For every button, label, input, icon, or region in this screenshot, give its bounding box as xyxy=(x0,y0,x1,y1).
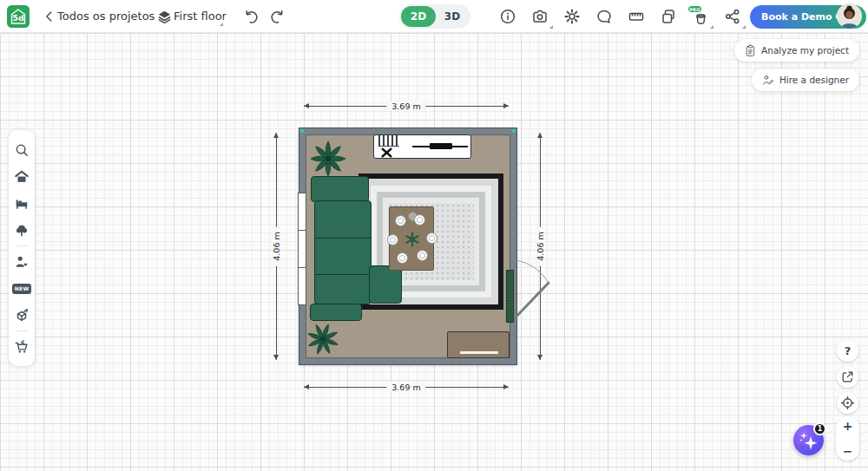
chat-feedback-icon[interactable] xyxy=(594,6,615,27)
question-mark-icon: ? xyxy=(845,344,852,357)
sofa-chaise-section[interactable] xyxy=(369,265,402,304)
sideboard-handle xyxy=(460,351,498,354)
wall-corner-handle[interactable] xyxy=(512,129,516,133)
shopping-cart-icon[interactable] xyxy=(9,333,35,360)
export-view-button[interactable] xyxy=(837,366,858,388)
sofa-end-section[interactable] xyxy=(310,304,362,321)
plate xyxy=(417,250,428,261)
info-icon[interactable] xyxy=(497,6,518,27)
user-avatar[interactable] xyxy=(837,3,862,29)
rooms-home-icon[interactable] xyxy=(9,163,35,190)
tv-console[interactable] xyxy=(373,134,471,159)
window[interactable] xyxy=(298,193,306,305)
new-feature-badge[interactable]: NEW xyxy=(9,275,35,302)
furniture-bed-icon[interactable] xyxy=(9,190,35,217)
plate xyxy=(395,215,406,226)
paint-dropdown-corner-icon xyxy=(710,25,713,29)
console-shelf-slats xyxy=(378,135,399,147)
rail-divider xyxy=(16,330,28,331)
ai-assistant-button[interactable]: 1 xyxy=(793,425,824,455)
sideboard[interactable] xyxy=(447,331,510,358)
paint-materials-icon[interactable]: PRO xyxy=(690,6,711,27)
dining-table[interactable] xyxy=(389,206,434,271)
dimension-bottom-label: 3.69 m xyxy=(386,383,425,392)
floor-selector[interactable]: First floor xyxy=(174,0,227,33)
hire-designer-button[interactable]: Hire a designer xyxy=(752,69,859,91)
notification-badge: 1 xyxy=(813,422,826,435)
hire-designer-label: Hire a designer xyxy=(779,75,849,85)
view-mode-toggle: 2D 3D xyxy=(399,4,470,29)
designer-person-icon xyxy=(762,74,774,87)
analyze-project-button[interactable]: Analyze my project xyxy=(734,39,859,62)
floor-plan[interactable] xyxy=(299,128,516,364)
share-dropdown-corner-icon xyxy=(742,25,746,29)
analyze-project-label: Analyze my project xyxy=(761,45,849,56)
speaker-icon xyxy=(381,147,392,158)
logo-text: 5d xyxy=(12,13,23,23)
floor-dropdown-corner-icon xyxy=(220,23,223,26)
center-view-button[interactable] xyxy=(837,392,858,414)
table-centerpiece xyxy=(404,232,420,247)
sofa-seam xyxy=(315,274,371,275)
pro-badge: PRO xyxy=(687,5,702,13)
planner5d-logo[interactable]: 5d xyxy=(7,5,30,28)
dimension-bottom: 3.69 m xyxy=(304,382,509,392)
sofa-back-section[interactable] xyxy=(311,176,369,202)
view-2d-button[interactable]: 2D xyxy=(401,6,436,27)
door[interactable] xyxy=(508,258,560,328)
potted-plant[interactable] xyxy=(308,139,348,179)
plate xyxy=(426,232,437,244)
all-projects-link[interactable]: Todos os projetos xyxy=(57,0,155,33)
settings-gear-icon[interactable] xyxy=(562,6,582,27)
clipboard-icon xyxy=(745,44,756,57)
potted-plant[interactable] xyxy=(305,321,341,357)
curtain-strip[interactable] xyxy=(506,270,514,323)
back-chevron-icon[interactable] xyxy=(40,7,59,26)
wall-corner-handle[interactable] xyxy=(300,129,304,133)
rail-divider xyxy=(16,245,28,246)
plate xyxy=(387,234,398,245)
outdoor-tree-icon[interactable] xyxy=(9,217,35,244)
plate xyxy=(397,252,408,264)
zoom-control: + − xyxy=(836,416,859,461)
sofa-seam xyxy=(315,238,371,239)
undo-icon[interactable] xyxy=(241,7,260,26)
zoom-out-button[interactable]: − xyxy=(836,445,859,457)
top-toolbar: 5d Todos os projetos First floor xyxy=(0,0,868,33)
ruler-measure-icon[interactable] xyxy=(626,6,647,27)
camera-snapshot-icon[interactable] xyxy=(529,6,550,27)
plate xyxy=(414,214,425,226)
dimension-top: 3.69 m xyxy=(304,101,509,111)
search-icon[interactable] xyxy=(9,136,35,163)
redo-icon[interactable] xyxy=(267,7,286,26)
open-external-icon xyxy=(840,370,855,384)
zoom-in-button[interactable]: + xyxy=(836,420,859,432)
new-badge-label: NEW xyxy=(12,284,31,294)
dimension-top-label: 3.69 m xyxy=(386,101,425,111)
crosshair-target-icon xyxy=(840,396,855,410)
community-person-heart-icon[interactable] xyxy=(9,248,35,275)
copy-duplicate-icon[interactable] xyxy=(658,6,679,27)
dimension-left: 4.06 m xyxy=(271,133,281,360)
tv[interactable] xyxy=(430,143,452,149)
import-model-cube-icon[interactable] xyxy=(9,302,35,329)
sofa-main-section[interactable] xyxy=(314,200,372,304)
app-window: 5d Todos os projetos First floor xyxy=(0,0,868,471)
toolbar-icon-group: PRO xyxy=(497,0,743,33)
layers-icon[interactable] xyxy=(155,7,174,26)
view-3d-button[interactable]: 3D xyxy=(436,6,469,27)
camera-dropdown-corner-icon xyxy=(549,25,553,29)
dimension-left-label: 4.06 m xyxy=(272,226,281,265)
help-button[interactable]: ? xyxy=(837,340,858,362)
share-icon[interactable] xyxy=(722,6,743,27)
catalog-tool-rail: NEW xyxy=(9,130,35,366)
